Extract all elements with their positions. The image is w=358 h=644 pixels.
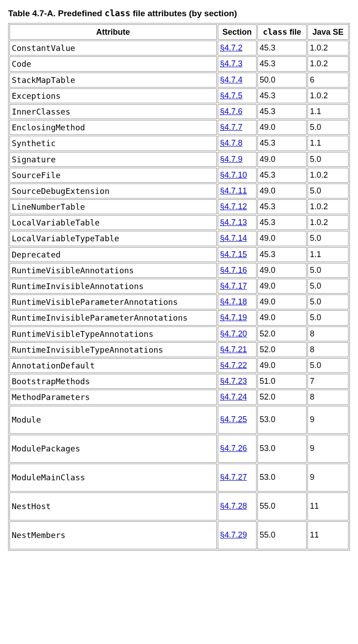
attribute-cell: SourceFile bbox=[9, 168, 217, 183]
section-cell: §4.7.29 bbox=[218, 521, 257, 549]
javase-cell: 1.0.2 bbox=[308, 41, 349, 55]
classfile-cell: 53.0 bbox=[257, 464, 307, 492]
section-link[interactable]: §4.7.3 bbox=[220, 59, 243, 68]
section-link[interactable]: §4.7.6 bbox=[220, 107, 243, 116]
section-link[interactable]: §4.7.2 bbox=[220, 43, 243, 52]
javase-cell: 8 bbox=[308, 342, 349, 357]
javase-cell: 8 bbox=[308, 390, 349, 405]
section-link[interactable]: §4.7.29 bbox=[220, 530, 247, 539]
section-link[interactable]: §4.7.21 bbox=[220, 345, 247, 354]
javase-cell: 9 bbox=[308, 435, 349, 463]
table-row: LocalVariableTypeTable§4.7.1449.05.0 bbox=[9, 231, 349, 246]
section-link[interactable]: §4.7.5 bbox=[220, 91, 243, 100]
classfile-cell: 45.3 bbox=[257, 215, 307, 230]
classfile-cell: 49.0 bbox=[257, 358, 307, 373]
table-row: RuntimeVisibleAnnotations§4.7.1649.05.0 bbox=[9, 263, 349, 278]
classfile-cell: 49.0 bbox=[257, 279, 307, 294]
section-cell: §4.7.3 bbox=[218, 56, 257, 71]
javase-cell: 5.0 bbox=[308, 184, 349, 198]
table-row: RuntimeInvisibleParameterAnnotations§4.7… bbox=[9, 310, 349, 325]
section-cell: §4.7.26 bbox=[218, 435, 257, 463]
section-link[interactable]: §4.7.7 bbox=[220, 123, 243, 132]
table-row: ConstantValue§4.7.245.31.0.2 bbox=[9, 41, 349, 55]
table-caption: Table 4.7-A. Predefined class file attri… bbox=[8, 8, 350, 18]
section-link[interactable]: §4.7.15 bbox=[220, 250, 247, 259]
attribute-cell: Code bbox=[9, 56, 217, 71]
table-row: MethodParameters§4.7.2452.08 bbox=[9, 390, 349, 405]
classfile-cell: 45.3 bbox=[257, 56, 307, 71]
attribute-cell: RuntimeVisibleTypeAnnotations bbox=[9, 327, 217, 341]
section-cell: §4.7.22 bbox=[218, 358, 257, 373]
section-cell: §4.7.18 bbox=[218, 294, 257, 309]
classfile-cell: 50.0 bbox=[257, 73, 307, 87]
section-link[interactable]: §4.7.23 bbox=[220, 377, 247, 386]
table-row: Code§4.7.345.31.0.2 bbox=[9, 56, 349, 71]
javase-cell: 1.1 bbox=[308, 104, 349, 119]
section-link[interactable]: §4.7.24 bbox=[220, 392, 247, 401]
section-link[interactable]: §4.7.19 bbox=[220, 313, 247, 322]
section-link[interactable]: §4.7.25 bbox=[220, 415, 247, 424]
table-row: Module§4.7.2553.09 bbox=[9, 406, 349, 434]
section-cell: §4.7.8 bbox=[218, 136, 257, 151]
section-cell: §4.7.16 bbox=[218, 263, 257, 278]
section-link[interactable]: §4.7.13 bbox=[220, 218, 247, 227]
section-link[interactable]: §4.7.20 bbox=[220, 329, 247, 338]
javase-cell: 1.1 bbox=[308, 247, 349, 262]
attribute-cell: ModulePackages bbox=[9, 435, 217, 463]
classfile-cell: 49.0 bbox=[257, 263, 307, 278]
section-cell: §4.7.12 bbox=[218, 199, 257, 214]
section-cell: §4.7.23 bbox=[218, 374, 257, 389]
javase-cell: 8 bbox=[308, 327, 349, 341]
caption-suffix: file attributes (by section) bbox=[130, 9, 237, 18]
attribute-cell: InnerClasses bbox=[9, 104, 217, 119]
table-row: LocalVariableTable§4.7.1345.31.0.2 bbox=[9, 215, 349, 230]
table-row: EnclosingMethod§4.7.749.05.0 bbox=[9, 120, 349, 135]
attribute-cell: RuntimeInvisibleParameterAnnotations bbox=[9, 310, 217, 325]
section-link[interactable]: §4.7.12 bbox=[220, 202, 247, 211]
section-link[interactable]: §4.7.22 bbox=[220, 361, 247, 370]
col-section: Section bbox=[218, 24, 257, 40]
classfile-cell: 45.3 bbox=[257, 199, 307, 214]
section-link[interactable]: §4.7.28 bbox=[220, 501, 247, 511]
javase-cell: 5.0 bbox=[308, 358, 349, 373]
attribute-cell: EnclosingMethod bbox=[9, 120, 217, 135]
classfile-cell: 45.3 bbox=[257, 88, 307, 103]
section-link[interactable]: §4.7.18 bbox=[220, 297, 247, 306]
section-cell: §4.7.21 bbox=[218, 342, 257, 357]
section-link[interactable]: §4.7.27 bbox=[220, 473, 247, 482]
section-link[interactable]: §4.7.10 bbox=[220, 170, 247, 179]
section-link[interactable]: §4.7.4 bbox=[220, 75, 243, 84]
attributes-table: Attribute Section class file Java SE Con… bbox=[8, 23, 350, 551]
table-row: LineNumberTable§4.7.1245.31.0.2 bbox=[9, 199, 349, 214]
section-cell: §4.7.9 bbox=[218, 152, 257, 167]
classfile-cell: 52.0 bbox=[257, 327, 307, 341]
table-row: SourceFile§4.7.1045.31.0.2 bbox=[9, 168, 349, 183]
classfile-cell: 49.0 bbox=[257, 184, 307, 198]
section-link[interactable]: §4.7.26 bbox=[220, 444, 247, 453]
javase-cell: 1.1 bbox=[308, 136, 349, 151]
section-link[interactable]: §4.7.8 bbox=[220, 138, 243, 147]
javase-cell: 5.0 bbox=[308, 120, 349, 135]
table-row: SourceDebugExtension§4.7.1149.05.0 bbox=[9, 184, 349, 198]
javase-cell: 1.0.2 bbox=[308, 88, 349, 103]
attribute-cell: LocalVariableTable bbox=[9, 215, 217, 230]
attribute-cell: RuntimeVisibleParameterAnnotations bbox=[9, 294, 217, 309]
javase-cell: 1.0.2 bbox=[308, 56, 349, 71]
classfile-cell: 49.0 bbox=[257, 120, 307, 135]
attribute-cell: NestHost bbox=[9, 492, 217, 520]
section-link[interactable]: §4.7.11 bbox=[220, 186, 247, 195]
table-row: Deprecated§4.7.1545.31.1 bbox=[9, 247, 349, 262]
table-row: Exceptions§4.7.545.31.0.2 bbox=[9, 88, 349, 103]
javase-cell: 7 bbox=[308, 374, 349, 389]
table-row: AnnotationDefault§4.7.2249.05.0 bbox=[9, 358, 349, 373]
classfile-cell: 49.0 bbox=[257, 310, 307, 325]
section-link[interactable]: §4.7.17 bbox=[220, 281, 247, 290]
javase-cell: 11 bbox=[308, 521, 349, 549]
section-link[interactable]: §4.7.9 bbox=[220, 155, 243, 164]
table-row: NestMembers§4.7.2955.011 bbox=[9, 521, 349, 549]
section-cell: §4.7.11 bbox=[218, 184, 257, 198]
section-link[interactable]: §4.7.14 bbox=[220, 234, 247, 243]
caption-code: class bbox=[105, 8, 130, 18]
section-link[interactable]: §4.7.16 bbox=[220, 266, 247, 275]
section-cell: §4.7.17 bbox=[218, 279, 257, 294]
